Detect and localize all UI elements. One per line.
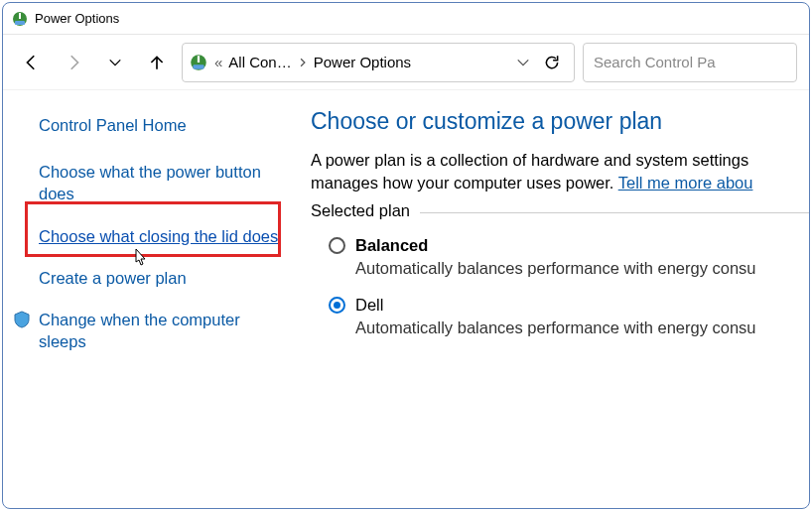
power-plan-option-dell[interactable]: Dell Automatically balances performance … [329,296,809,337]
plan-description: Automatically balances performance with … [355,259,809,278]
body: Control Panel Home Choose what the power… [3,90,809,508]
up-button[interactable] [140,46,174,79]
chevron-down-icon[interactable] [516,56,530,69]
chevron-left-double-icon: « [214,54,222,70]
sidebar-link-change-sleep[interactable]: Change when the computer sleeps [39,309,283,353]
svg-rect-3 [193,64,203,68]
refresh-button[interactable] [536,47,568,78]
toolbar: « All Con… Power Options Search Control … [3,35,809,90]
power-options-icon [11,10,29,28]
sidebar: Control Panel Home Choose what the power… [3,90,303,508]
sidebar-item-label: Change when the computer sleeps [39,311,240,350]
selected-plan-group: Selected plan Balanced Automatically bal… [311,212,809,337]
address-bar[interactable]: « All Con… Power Options [182,43,575,82]
svg-rect-1 [15,21,25,25]
tell-me-more-link[interactable]: Tell me more abou [618,174,753,192]
radio-button[interactable] [329,297,345,314]
power-options-icon [189,53,208,72]
plan-name: Balanced [355,236,428,255]
forward-button[interactable] [57,46,90,79]
sidebar-link-closing-lid[interactable]: Choose what closing the lid does [39,225,283,247]
search-input[interactable]: Search Control Pa [583,43,797,82]
radio-button[interactable] [329,237,345,254]
breadcrumb-item[interactable]: All Con… [228,54,291,70]
search-placeholder: Search Control Pa [594,54,716,70]
sidebar-link-power-button[interactable]: Choose what the power button does [39,161,283,205]
shield-icon [13,311,31,333]
power-plan-option-balanced[interactable]: Balanced Automatically balances performa… [329,236,809,278]
page-heading: Choose or customize a power plan [311,108,809,135]
breadcrumb-item[interactable]: Power Options [314,54,411,70]
chevron-right-icon [298,58,308,67]
window-frame: Power Options « All Con… Power Options [2,2,810,509]
back-button[interactable] [15,46,49,79]
plan-description: Automatically balances performance with … [355,319,809,337]
main-content: Choose or customize a power plan A power… [303,90,809,508]
window-title: Power Options [35,11,119,26]
recent-dropdown[interactable] [98,46,132,79]
titlebar: Power Options [3,3,809,35]
control-panel-home-link[interactable]: Control Panel Home [39,116,283,135]
sidebar-link-create-plan[interactable]: Create a power plan [39,267,283,289]
page-description: A power plan is a collection of hardware… [311,149,809,194]
fieldset-legend: Selected plan [311,201,420,220]
plan-name: Dell [355,296,383,315]
